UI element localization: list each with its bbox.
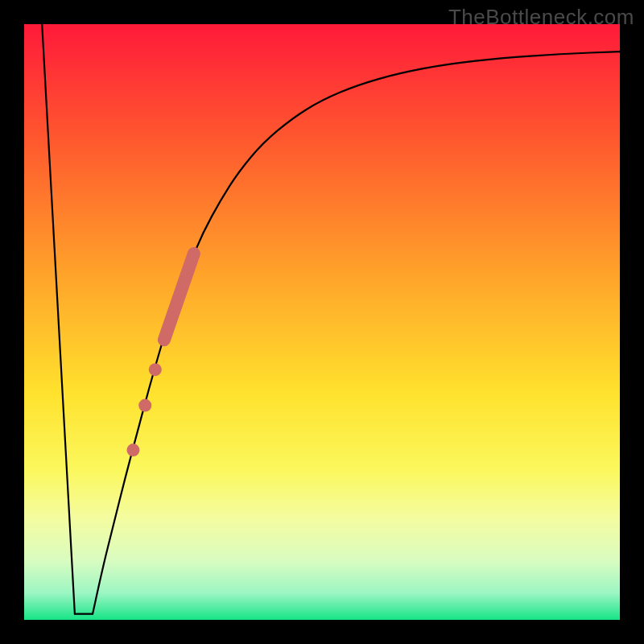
watermark-text: TheBottleneck.com <box>448 5 634 30</box>
chart-frame: TheBottleneck.com <box>0 0 644 644</box>
chart-canvas <box>0 0 644 644</box>
